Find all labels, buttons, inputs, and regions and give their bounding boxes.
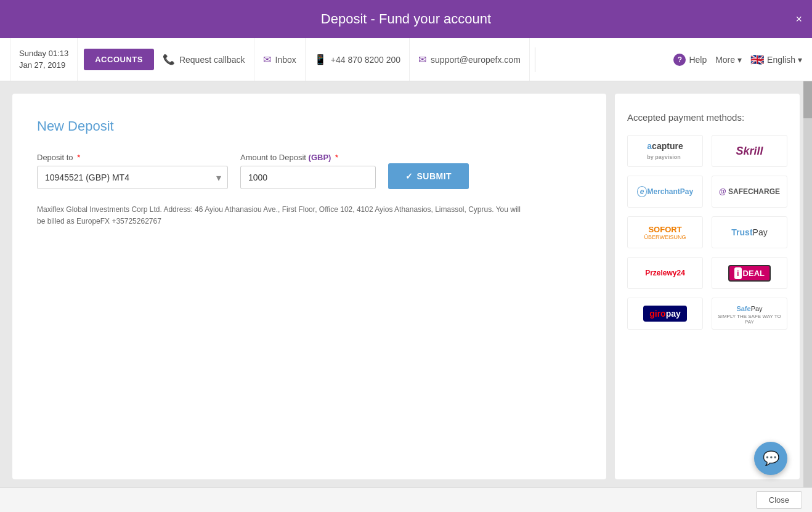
form-row: Deposit to * 10945521 (GBP) MT4 ▾ Amount… [37,153,582,189]
payment-grid: acapture by payvision Skrill eMerchantPa… [627,135,787,330]
giropay-logo: giropay [643,306,687,322]
email-label: support@europefx.com [431,55,521,65]
nav-date: Sunday 01:13 Jan 27, 2019 [10,38,78,81]
modal-title: Deposit - Fund your account [321,11,491,26]
payment-sofort: SOFORT ÜBERWEISUNG [627,216,703,248]
payment-safecharge: @ SAFECHARGE [712,176,787,208]
request-callback-label: Request callback [179,55,245,65]
help-button[interactable]: ? Help [673,54,707,66]
payment-przelewy24: Przelewy24 [627,257,703,289]
acapture-logo: acapture by payvision [647,141,683,161]
amount-input[interactable] [240,166,376,189]
inbox-icon: ✉ [263,54,271,65]
przelewy24-logo: Przelewy24 [645,269,685,277]
payment-safepay: SafePay SIMPLY THE SAFE WAY TO PAY [712,298,787,330]
payment-giropay: giropay [627,298,703,330]
top-nav: Sunday 01:13 Jan 27, 2019 ACCOUNTS 📞 Req… [0,38,812,81]
payment-ideal: iDEAL [712,257,787,289]
chat-button[interactable]: 💬 [754,442,787,475]
sofort-logo: SOFORT ÜBERWEISUNG [644,225,686,240]
checkmark-icon: ✓ [405,171,413,181]
accounts-button[interactable]: ACCOUNTS [84,49,154,70]
deposit-to-group: Deposit to * 10945521 (GBP) MT4 ▾ [37,153,228,189]
nav-request-callback[interactable]: 📞 Request callback [154,38,254,81]
more-button[interactable]: More ▾ [715,55,742,65]
main-area: New Deposit Deposit to * 10945521 (GBP) … [0,81,812,492]
deposit-to-select-wrapper[interactable]: 10945521 (GBP) MT4 ▾ [37,166,228,189]
nav-right: ? Help More ▾ 🇬🇧 English ▾ [673,53,802,67]
currency-label: (GBP) [309,153,331,162]
more-label: More [715,55,735,65]
safepay-logo: SafePay SIMPLY THE SAFE WAY TO PAY [717,303,782,325]
language-label: English [767,55,795,65]
amount-required: * [335,153,338,162]
deposit-to-required: * [77,153,80,162]
bottom-bar: Close [0,487,812,512]
payment-title: Accepted payment methods: [627,112,787,123]
phone2-icon: 📱 [314,54,327,65]
help-icon: ? [673,54,686,66]
skrill-logo: Skrill [736,145,763,158]
emerchantpay-logo: eMerchantPay [637,187,693,196]
payment-acapture: acapture by payvision [627,135,703,167]
amount-label: Amount to Deposit (GBP) * [240,153,376,162]
submit-label: SUBMIT [417,171,452,181]
submit-button[interactable]: ✓ SUBMIT [388,163,469,189]
disclaimer-text: Maxiflex Global Investments Corp Ltd. Ad… [37,204,530,227]
language-button[interactable]: 🇬🇧 English ▾ [750,53,802,67]
title-bar: Deposit - Fund your account × [0,0,812,38]
content-panel: New Deposit Deposit to * 10945521 (GBP) … [12,94,606,479]
deposit-to-select[interactable]: 10945521 (GBP) MT4 [38,166,227,189]
right-panel: Accepted payment methods: acapture by pa… [615,94,800,479]
flag-icon: 🇬🇧 [750,53,764,67]
payment-emerchantpay: eMerchantPay [627,176,703,208]
nav-email[interactable]: ✉ support@europefx.com [410,38,530,81]
inbox-label: Inbox [275,55,296,65]
amount-group: Amount to Deposit (GBP) * [240,153,376,189]
ideal-logo: iDEAL [728,265,771,282]
close-button[interactable]: Close [756,491,802,509]
lang-chevron-icon: ▾ [798,55,802,65]
more-chevron-icon: ▾ [737,55,742,65]
safecharge-logo: @ SAFECHARGE [719,187,780,196]
phone-icon: 📞 [163,54,175,65]
help-label: Help [689,55,707,65]
deposit-to-label: Deposit to * [37,153,228,162]
nav-inbox[interactable]: ✉ Inbox [254,38,306,81]
email-icon: ✉ [418,54,426,65]
close-x-button[interactable]: × [795,13,802,26]
nav-phone[interactable]: 📱 +44 870 8200 200 [306,38,410,81]
trustpay-logo: TrustPay [731,227,767,237]
date-line1: Sunday 01:13 [19,48,68,59]
scroll-thumb[interactable] [803,81,812,118]
payment-trustpay: TrustPay [712,216,787,248]
new-deposit-title: New Deposit [37,118,582,134]
nav-divider [535,47,535,72]
scroll-track[interactable] [803,81,812,492]
chat-icon: 💬 [763,450,779,466]
date-line2: Jan 27, 2019 [19,60,68,71]
phone-number: +44 870 8200 200 [331,55,400,65]
payment-skrill: Skrill [712,135,787,167]
